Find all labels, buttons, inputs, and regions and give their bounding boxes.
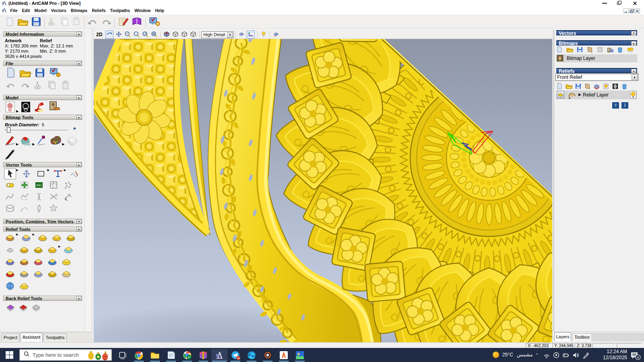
svg-text:8: 8 xyxy=(637,356,639,359)
svg-text:↺: ↺ xyxy=(144,32,147,36)
svg-text:P: P xyxy=(188,356,190,359)
svg-text:+: + xyxy=(126,32,128,36)
svg-text:ABC: ABC xyxy=(36,184,42,187)
svg-text:-: - xyxy=(136,32,137,36)
svg-text:.96: .96 xyxy=(237,357,240,359)
svg-text:✿: ✿ xyxy=(153,32,156,36)
